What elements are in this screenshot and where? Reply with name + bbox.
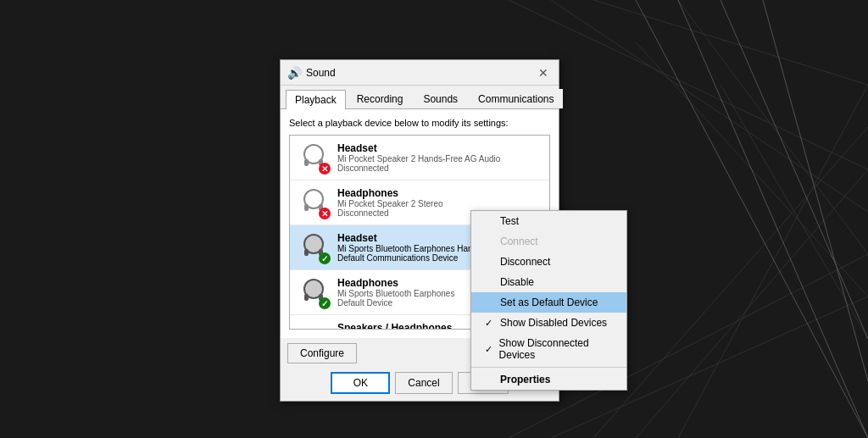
- status-badge-2: ✕: [319, 208, 331, 219]
- context-menu-separator: [471, 367, 626, 368]
- context-menu-disable[interactable]: Disable: [471, 272, 626, 292]
- device-desc-1: Mi Pocket Speaker 2 Hands-Free AG Audio: [337, 154, 542, 164]
- ok-button[interactable]: OK: [331, 372, 390, 394]
- window-title: Sound: [306, 67, 336, 79]
- tab-communications[interactable]: Communications: [469, 89, 563, 108]
- context-menu-show-disabled[interactable]: ✓ Show Disabled Devices: [471, 313, 626, 333]
- tab-recording[interactable]: Recording: [348, 89, 413, 108]
- device-desc-2: Mi Pocket Speaker 2 Stereo: [337, 199, 542, 208]
- device-item-1[interactable]: ✕ Headset Mi Pocket Speaker 2 Hands-Free…: [290, 136, 549, 180]
- status-badge-4: ✓: [319, 297, 331, 309]
- device-status-1: Disconnected: [337, 164, 542, 173]
- svg-rect-17: [304, 159, 309, 166]
- device-icon-4: ✓: [297, 275, 331, 309]
- device-info-1: Headset Mi Pocket Speaker 2 Hands-Free A…: [337, 142, 542, 173]
- tab-sounds[interactable]: Sounds: [414, 89, 467, 108]
- configure-button[interactable]: Configure: [287, 343, 357, 363]
- title-bar-left: 🔊 Sound: [287, 66, 336, 80]
- status-badge-3: ✓: [319, 252, 331, 264]
- device-icon-3: ✓: [297, 230, 331, 264]
- tabs-bar: Playback Recording Sounds Communications: [281, 86, 559, 109]
- check-show-disabled: ✓: [485, 318, 495, 329]
- status-badge-1: ✕: [319, 163, 331, 175]
- sound-icon: 🔊: [287, 66, 301, 80]
- context-menu-disconnect[interactable]: Disconnect: [471, 252, 626, 272]
- tab-playback[interactable]: Playback: [286, 90, 346, 109]
- svg-rect-26: [304, 294, 309, 301]
- device-name-1: Headset: [337, 142, 542, 154]
- context-menu-set-default[interactable]: Set as Default Device: [471, 292, 626, 313]
- context-menu-connect: Connect: [471, 231, 626, 252]
- cancel-button[interactable]: Cancel: [395, 372, 452, 394]
- context-menu-test[interactable]: Test: [471, 211, 626, 231]
- svg-rect-23: [304, 249, 309, 256]
- svg-rect-20: [304, 204, 309, 211]
- context-menu-show-disconnected[interactable]: ✓ Show Disconnected Devices: [471, 333, 626, 365]
- instruction-text: Select a playback device below to modify…: [289, 118, 550, 128]
- context-menu-properties[interactable]: Properties: [471, 369, 626, 390]
- title-bar: 🔊 Sound ✕: [281, 60, 559, 86]
- context-menu: Test Connect Disconnect Disable Set as D…: [470, 210, 627, 391]
- device-name-2: Headphones: [337, 187, 542, 199]
- check-show-disconnected: ✓: [485, 344, 494, 355]
- device-icon-1: ✕: [297, 141, 331, 175]
- close-button[interactable]: ✕: [535, 64, 552, 81]
- device-icon-2: ✕: [297, 186, 331, 219]
- device-icon-5: [297, 320, 331, 330]
